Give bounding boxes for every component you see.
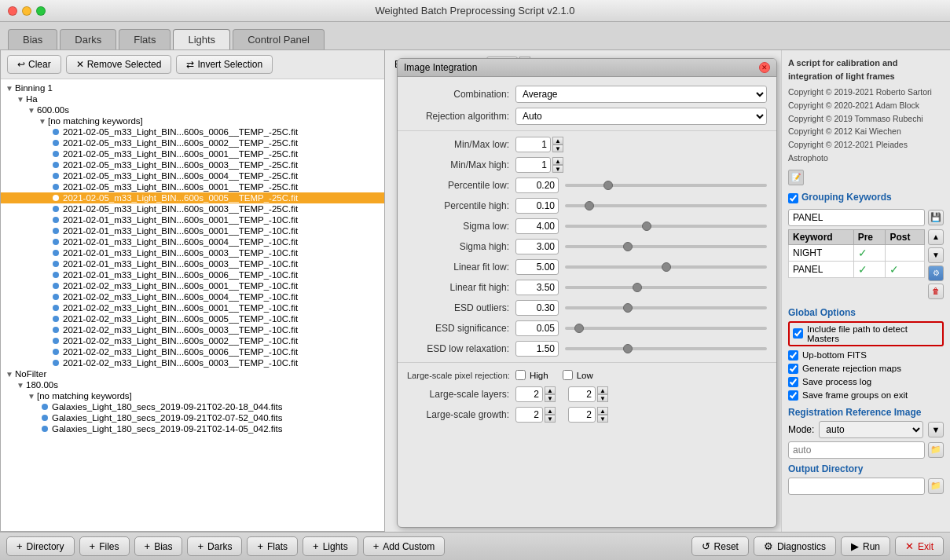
spinner-up-icon[interactable]: ▲ xyxy=(597,407,608,415)
sigma-high-input[interactable] xyxy=(515,239,559,254)
close-button[interactable] xyxy=(8,6,17,16)
list-item[interactable]: 2021-02-01_m33_Light_BIN...600s_0004__TE… xyxy=(1,236,384,247)
clear-button[interactable]: ↩ Clear xyxy=(7,55,61,74)
esd-low-relaxation-input[interactable] xyxy=(515,341,559,357)
flats-button[interactable]: + Flats xyxy=(247,536,298,556)
keyword-gear-button[interactable]: ⚙ xyxy=(928,265,944,281)
large-scale-layers-spinner1[interactable]: ▲ ▼ xyxy=(515,386,556,402)
spinner-down-icon[interactable]: ▼ xyxy=(552,145,563,152)
exit-button[interactable]: ✕ Exit xyxy=(895,536,944,556)
min-max-high-spinner[interactable]: ▲ ▼ xyxy=(515,157,563,173)
invert-selection-button[interactable]: ⇄ Invert Selection xyxy=(176,55,273,74)
spinner-down-icon[interactable]: ▼ xyxy=(597,394,608,402)
large-scale-growth-spinner1[interactable]: ▲ ▼ xyxy=(515,407,556,423)
list-item[interactable]: 2021-02-05_m33_Light_BIN...600s_0003__TE… xyxy=(1,203,384,214)
combination-select[interactable]: AverageMedianMinimumMaximum xyxy=(515,86,767,103)
large-scale-high-label[interactable]: High xyxy=(515,368,548,382)
list-item[interactable]: 2021-02-02_m33_Light_BIN...600s_0001__TE… xyxy=(1,280,384,291)
generate-rejection-maps-label[interactable]: Generate rejection maps xyxy=(788,362,944,375)
mode-folder-button[interactable]: ▼ xyxy=(928,422,944,437)
list-item[interactable]: 2021-02-01_m33_Light_BIN...600s_0001__TE… xyxy=(1,214,384,225)
run-button[interactable]: ▶ Run xyxy=(841,536,890,556)
large-scale-layers-input2[interactable] xyxy=(568,386,596,402)
spinner-down-icon[interactable]: ▼ xyxy=(545,415,556,423)
generate-rejection-maps-checkbox[interactable] xyxy=(788,364,798,374)
bias-button[interactable]: + Bias xyxy=(134,536,183,556)
list-item[interactable]: 2021-02-02_m33_Light_BIN...600s_0006__TE… xyxy=(1,346,384,357)
linear-fit-high-slider[interactable] xyxy=(565,286,767,289)
keyword-up-button[interactable]: ▲ xyxy=(928,229,944,245)
up-bottom-fits-label[interactable]: Up-bottom FITS xyxy=(788,349,944,362)
auto-dir-browse-button[interactable]: 📁 xyxy=(928,442,944,458)
large-scale-low-checkbox[interactable] xyxy=(563,370,573,380)
keyword-row-panel[interactable]: PANEL ✓ ✓ xyxy=(789,261,925,277)
combination-control[interactable]: AverageMedianMinimumMaximum xyxy=(515,86,767,103)
list-item[interactable]: 2021-02-02_m33_Light_BIN...600s_0003__TE… xyxy=(1,357,384,368)
linear-fit-high-input[interactable] xyxy=(515,280,559,295)
spinner-up-icon[interactable]: ▲ xyxy=(597,386,608,394)
list-item[interactable]: 2021-02-01_m33_Light_BIN...600s_0006__TE… xyxy=(1,269,384,280)
add-custom-button[interactable]: + Add Custom xyxy=(363,536,446,556)
list-item[interactable]: 2021-02-05_m33_Light_BIN...600s_0004__TE… xyxy=(1,170,384,181)
large-scale-growth-spinner2[interactable]: ▲ ▼ xyxy=(568,407,608,423)
maximize-button[interactable] xyxy=(36,6,46,16)
percentile-low-slider-container[interactable] xyxy=(565,184,767,187)
min-max-low-input[interactable] xyxy=(515,137,551,152)
keyword-row-night[interactable]: NIGHT ✓ xyxy=(789,244,925,261)
mode-select[interactable]: automanual xyxy=(819,421,923,438)
tree-group-binning1[interactable]: ▼ Binning 1 xyxy=(1,82,384,93)
tree-group-nofilter[interactable]: ▼ NoFilter xyxy=(1,368,384,379)
list-item[interactable]: 2021-02-05_m33_Light_BIN...600s_0001__TE… xyxy=(1,181,384,192)
min-max-low-spinner[interactable]: ▲ ▼ xyxy=(515,137,563,152)
up-bottom-fits-checkbox[interactable] xyxy=(788,350,798,361)
reset-button[interactable]: ↺ Reset xyxy=(691,536,749,556)
spinner-up-icon[interactable]: ▲ xyxy=(552,157,563,165)
spinner-up-icon[interactable]: ▲ xyxy=(552,137,563,145)
percentile-low-slider[interactable] xyxy=(565,184,767,187)
output-dir-browse-button[interactable]: 📁 xyxy=(928,478,944,494)
keyword-delete-button[interactable]: 🗑 xyxy=(928,284,944,299)
spinner-up-icon[interactable]: ▲ xyxy=(545,386,556,394)
spinner-down-icon[interactable]: ▼ xyxy=(552,165,563,173)
keyword-text-input[interactable] xyxy=(788,209,925,226)
large-scale-high-checkbox[interactable] xyxy=(515,370,526,380)
list-item[interactable]: 2021-02-02_m33_Light_BIN...600s_0005__TE… xyxy=(1,313,384,324)
percentile-high-input[interactable] xyxy=(515,198,559,214)
tab-bias[interactable]: Bias xyxy=(8,29,57,49)
sigma-high-slider[interactable] xyxy=(565,245,767,248)
list-item[interactable]: 2021-02-05_m33_Light_BIN...600s_0006__TE… xyxy=(1,126,384,137)
save-keyword-button[interactable]: 💾 xyxy=(928,210,944,225)
esd-outliers-slider[interactable] xyxy=(565,306,767,309)
minimize-button[interactable] xyxy=(22,6,31,16)
esd-low-relaxation-slider-container[interactable] xyxy=(565,347,767,350)
save-process-log-label[interactable]: Save process log xyxy=(788,375,944,389)
rejection-control[interactable]: AutoNoneSigma Clipping xyxy=(515,108,767,125)
large-scale-layers-spinner2[interactable]: ▲ ▼ xyxy=(568,386,608,402)
lights-button[interactable]: + Lights xyxy=(303,536,358,556)
list-item[interactable]: 2021-02-02_m33_Light_BIN...600s_0004__TE… xyxy=(1,291,384,302)
include-file-path-checkbox[interactable] xyxy=(793,328,803,339)
keyword-down-button[interactable]: ▼ xyxy=(928,247,944,263)
linear-fit-low-input[interactable] xyxy=(515,259,559,275)
large-scale-growth-input1[interactable] xyxy=(515,407,543,423)
save-frame-groups-label[interactable]: Save frame groups on exit xyxy=(788,389,944,402)
linear-fit-low-slider[interactable] xyxy=(565,265,767,269)
files-button[interactable]: + Files xyxy=(79,536,130,556)
rejection-select[interactable]: AutoNoneSigma Clipping xyxy=(515,108,767,125)
sigma-high-slider-container[interactable] xyxy=(565,245,767,248)
grouping-keywords-checkbox[interactable] xyxy=(788,193,798,203)
esd-low-relaxation-slider[interactable] xyxy=(565,347,767,350)
list-item[interactable]: Galaxies_Light_180_secs_2019-09-21T02-07… xyxy=(1,412,384,423)
large-scale-layers-input1[interactable] xyxy=(515,386,543,402)
save-frame-groups-checkbox[interactable] xyxy=(788,390,798,401)
tree-group-600s[interactable]: ▼ 600.00s xyxy=(1,104,384,115)
list-item[interactable]: 2021-02-05_m33_Light_BIN...600s_0003__TE… xyxy=(1,159,384,170)
memo-icon[interactable]: 📝 xyxy=(788,170,804,185)
dialog-close-button[interactable]: ✕ xyxy=(759,62,770,73)
auto-dir-input[interactable] xyxy=(788,441,925,459)
list-item[interactable]: 2021-02-05_m33_Light_BIN...600s_0002__TE… xyxy=(1,137,384,148)
tab-darks[interactable]: Darks xyxy=(60,29,116,49)
tree-group-nomatch2[interactable]: ▼ [no matching keywords] xyxy=(1,390,384,401)
file-tree[interactable]: ▼ Binning 1 ▼ Ha ▼ 600.00s ▼ [no matchin… xyxy=(1,79,384,531)
list-item[interactable]: 2021-02-01_m33_Light_BIN...600s_0003__TE… xyxy=(1,258,384,269)
